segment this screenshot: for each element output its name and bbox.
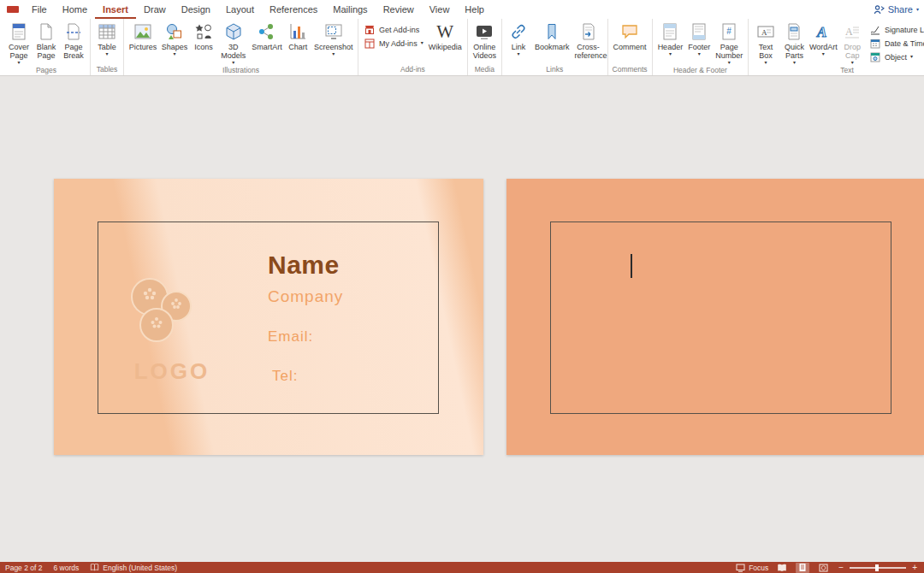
smartart-button[interactable]: SmartArt bbox=[249, 21, 284, 51]
zoom-slider[interactable] bbox=[850, 567, 906, 569]
date-time-button[interactable]: Date & Time bbox=[867, 37, 924, 50]
chart-button[interactable]: Chart bbox=[284, 21, 311, 51]
cross-reference-icon bbox=[579, 22, 598, 41]
chevron-down-icon: ▾ bbox=[669, 51, 672, 57]
text-box-label: Text Box bbox=[754, 43, 778, 60]
svg-text:#: # bbox=[726, 27, 732, 36]
quick-parts-button[interactable]: Quick Parts ▾ bbox=[780, 21, 809, 66]
tab-review[interactable]: Review bbox=[376, 0, 422, 19]
chevron-down-icon: ▾ bbox=[910, 54, 913, 60]
tab-mailings-label: Mailings bbox=[333, 4, 367, 15]
focus-label: Focus bbox=[749, 564, 768, 572]
card-logo-text[interactable]: LOGO bbox=[112, 358, 232, 385]
header-button[interactable]: Header ▾ bbox=[655, 21, 686, 57]
page-number-icon: # bbox=[720, 22, 737, 41]
focus-mode-button[interactable]: Focus bbox=[736, 563, 768, 572]
header-icon bbox=[661, 22, 678, 41]
screenshot-icon bbox=[324, 22, 343, 41]
word-count[interactable]: 6 words bbox=[53, 564, 79, 572]
table-button[interactable]: Table ▾ bbox=[93, 21, 121, 57]
drop-cap-button[interactable]: A Drop Cap ▾ bbox=[838, 21, 867, 66]
tab-references[interactable]: References bbox=[262, 0, 325, 19]
tab-home[interactable]: Home bbox=[55, 0, 95, 19]
shapes-label: Shapes bbox=[162, 43, 188, 51]
chevron-down-icon: ▾ bbox=[728, 60, 731, 66]
3d-models-button[interactable]: 3D Models ▾ bbox=[217, 21, 249, 66]
my-add-ins-button[interactable]: My Add-ins ▾ bbox=[361, 37, 426, 50]
comment-icon bbox=[620, 22, 639, 41]
tab-layout[interactable]: Layout bbox=[218, 0, 262, 19]
tab-help[interactable]: Help bbox=[457, 0, 492, 19]
bookmark-icon bbox=[542, 22, 561, 41]
chevron-down-icon: ▾ bbox=[822, 51, 825, 57]
link-icon bbox=[509, 22, 528, 41]
card-name-text[interactable]: Name bbox=[268, 251, 340, 280]
zoom-slider-thumb[interactable] bbox=[875, 564, 879, 571]
comment-button[interactable]: Comment bbox=[611, 21, 649, 51]
chevron-down-icon: ▾ bbox=[851, 60, 854, 66]
footer-icon bbox=[690, 22, 708, 41]
get-add-ins-button[interactable]: Get Add-ins bbox=[361, 23, 426, 36]
card-email-label[interactable]: Email: bbox=[268, 328, 313, 346]
chevron-down-icon: ▾ bbox=[173, 51, 175, 57]
footer-button[interactable]: Footer ▾ bbox=[685, 21, 713, 57]
object-label: Object bbox=[885, 53, 907, 62]
page-break-button[interactable]: Page Break bbox=[60, 21, 87, 60]
ribbon-group-tables: Table ▾ Tables bbox=[91, 19, 124, 75]
comments-group-label: Comments bbox=[611, 65, 649, 75]
document-canvas[interactable]: LOGO Name Company Email: Tel: bbox=[0, 76, 924, 562]
icons-icon bbox=[194, 22, 213, 41]
tab-layout-label: Layout bbox=[226, 4, 254, 15]
business-card-front[interactable]: LOGO Name Company Email: Tel: bbox=[54, 179, 483, 455]
print-layout-button[interactable] bbox=[796, 563, 809, 573]
page-break-icon bbox=[65, 22, 82, 41]
business-card-back[interactable] bbox=[506, 179, 924, 455]
tab-mailings[interactable]: Mailings bbox=[325, 0, 375, 19]
chevron-down-icon: ▾ bbox=[916, 7, 919, 13]
link-button[interactable]: Link ▾ bbox=[505, 21, 532, 57]
cross-reference-label: Cross-reference bbox=[575, 43, 602, 60]
zoom-controls: − + bbox=[837, 564, 919, 572]
wikipedia-button[interactable]: W Wikipedia bbox=[426, 21, 465, 51]
cover-page-button[interactable]: Cover Page ▾ bbox=[5, 21, 33, 66]
screenshot-button[interactable]: Screenshot ▾ bbox=[311, 21, 355, 57]
header-label: Header bbox=[658, 43, 684, 51]
tab-review-label: Review bbox=[383, 4, 414, 15]
tab-insert[interactable]: Insert bbox=[95, 0, 136, 19]
tab-file[interactable]: File bbox=[24, 0, 55, 19]
shapes-button[interactable]: Shapes ▾ bbox=[159, 21, 190, 57]
svg-text:A: A bbox=[816, 24, 826, 40]
zoom-out-button[interactable]: − bbox=[837, 564, 845, 572]
text-box-button[interactable]: A Text Box ▾ bbox=[751, 21, 780, 66]
icons-button[interactable]: Icons bbox=[190, 21, 217, 51]
language-status[interactable]: English (United States) bbox=[90, 564, 177, 572]
bookmark-button[interactable]: Bookmark bbox=[532, 21, 572, 51]
card-tel-label[interactable]: Tel: bbox=[272, 368, 298, 385]
page-number-button[interactable]: # Page Number ▾ bbox=[713, 21, 745, 66]
share-button[interactable]: Share ▾ bbox=[874, 0, 919, 19]
chart-label: Chart bbox=[288, 43, 307, 51]
object-button[interactable]: Object ▾ bbox=[867, 50, 924, 63]
blank-page-button[interactable]: Blank Page bbox=[33, 21, 60, 60]
cross-reference-button[interactable]: Cross-reference bbox=[572, 21, 605, 60]
signature-line-button[interactable]: Signature Line ▾ bbox=[867, 23, 924, 36]
icons-label: Icons bbox=[194, 43, 213, 51]
wordart-icon: A bbox=[814, 22, 832, 41]
pictures-button[interactable]: Pictures bbox=[127, 21, 159, 51]
card-company-text[interactable]: Company bbox=[268, 287, 343, 306]
ribbon-group-add-ins: Get Add-ins My Add-ins ▾ W Wikipedia Add… bbox=[358, 19, 468, 75]
read-mode-button[interactable] bbox=[775, 563, 789, 573]
page-indicator[interactable]: Page 2 of 2 bbox=[5, 564, 42, 572]
wordart-button[interactable]: A WordArt ▾ bbox=[808, 21, 838, 57]
tab-file-label: File bbox=[32, 4, 47, 15]
tab-view[interactable]: View bbox=[422, 0, 458, 19]
ribbon-group-media: Online Videos Media bbox=[468, 19, 502, 75]
tab-draw[interactable]: Draw bbox=[136, 0, 174, 19]
web-layout-button[interactable] bbox=[816, 563, 830, 573]
link-label: Link bbox=[512, 43, 526, 51]
tab-design[interactable]: Design bbox=[174, 0, 218, 19]
online-videos-button[interactable]: Online Videos bbox=[471, 21, 499, 60]
proofing-book-icon bbox=[90, 564, 99, 571]
zoom-in-button[interactable]: + bbox=[910, 564, 919, 572]
illustrations-group-label: Illustrations bbox=[127, 66, 355, 76]
